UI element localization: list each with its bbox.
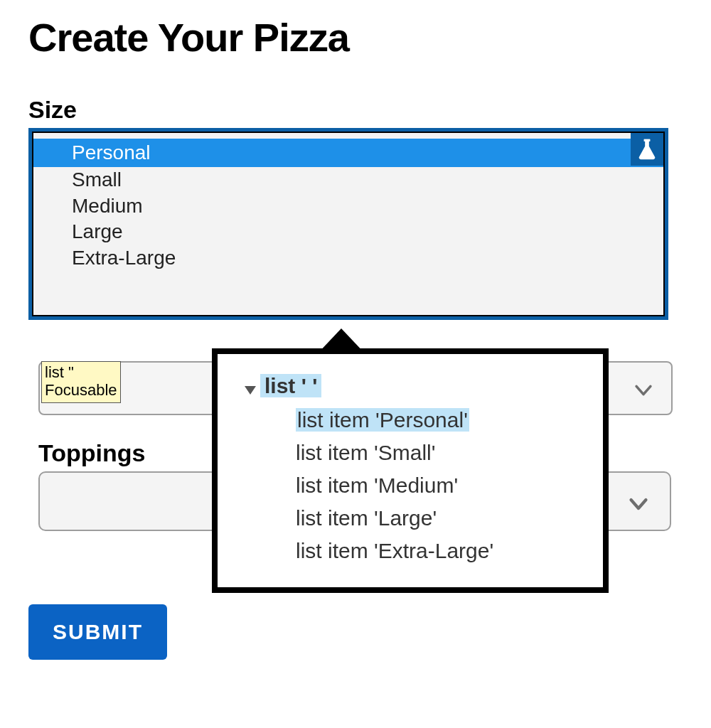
chevron-down-icon <box>626 491 651 520</box>
accessibility-tooltip: list " Focusable <box>41 361 121 403</box>
size-option-large[interactable]: Large <box>33 219 663 245</box>
submit-button[interactable]: SUBMIT <box>28 604 167 660</box>
acc-tree-item-large[interactable]: list item 'Large' <box>225 502 596 535</box>
size-label: Size <box>28 96 668 124</box>
size-listbox[interactable]: Personal Small Medium Large Extra-Large <box>32 132 665 316</box>
page-title: Create Your Pizza <box>28 14 668 60</box>
acc-tree-item-medium[interactable]: list item 'Medium' <box>225 469 596 502</box>
chevron-down-icon <box>631 378 656 405</box>
tooltip-line-1: list " <box>45 363 117 381</box>
acc-tree-item-extra-large[interactable]: list item 'Extra-Large' <box>225 535 596 567</box>
acc-tree-item-small[interactable]: list item 'Small' <box>225 437 596 469</box>
accessibility-tree-popover: list ' ' list item 'Personal' list item … <box>212 348 609 593</box>
size-option-medium[interactable]: Medium <box>33 193 663 219</box>
disclosure-triangle-icon[interactable] <box>245 375 256 400</box>
size-option-personal[interactable]: Personal <box>33 139 663 167</box>
size-listbox-inspected[interactable]: Personal Small Medium Large Extra-Large <box>28 128 668 320</box>
devtools-flask-icon <box>631 133 663 166</box>
tooltip-line-2: Focusable <box>45 381 117 399</box>
svg-marker-1 <box>245 386 256 395</box>
svg-rect-0 <box>644 139 651 141</box>
size-option-extra-large[interactable]: Extra-Large <box>33 245 663 271</box>
acc-tree-list-node[interactable]: list ' ' <box>225 370 596 404</box>
size-option-small[interactable]: Small <box>33 167 663 193</box>
acc-tree-item-personal[interactable]: list item 'Personal' <box>225 404 596 437</box>
acc-tree-list-label: list ' ' <box>260 374 321 397</box>
